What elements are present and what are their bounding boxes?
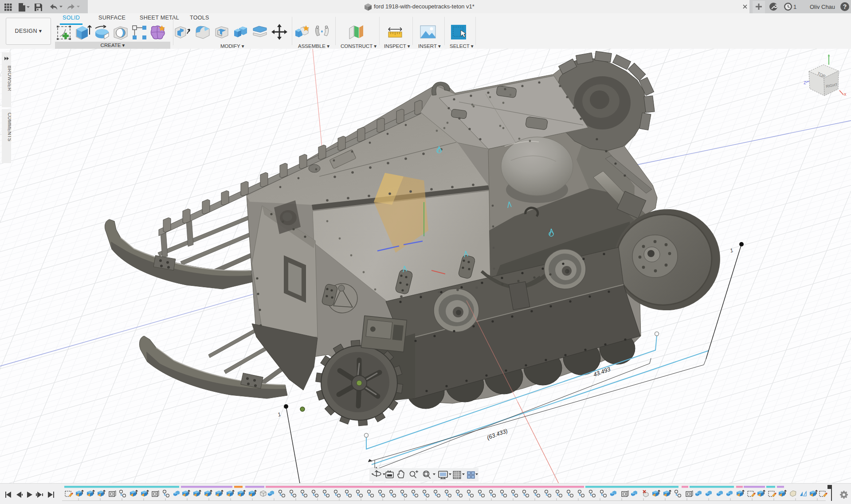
svg-text:Oliv Chau: Oliv Chau: [810, 4, 835, 10]
svg-text:1: 1: [793, 4, 796, 10]
svg-text:x: x: [844, 91, 847, 97]
svg-text:COMMENTS: COMMENTS: [7, 113, 11, 141]
svg-text:?: ?: [843, 3, 847, 10]
svg-text:BROWSER: BROWSER: [7, 66, 11, 91]
svg-text:z: z: [804, 79, 806, 86]
